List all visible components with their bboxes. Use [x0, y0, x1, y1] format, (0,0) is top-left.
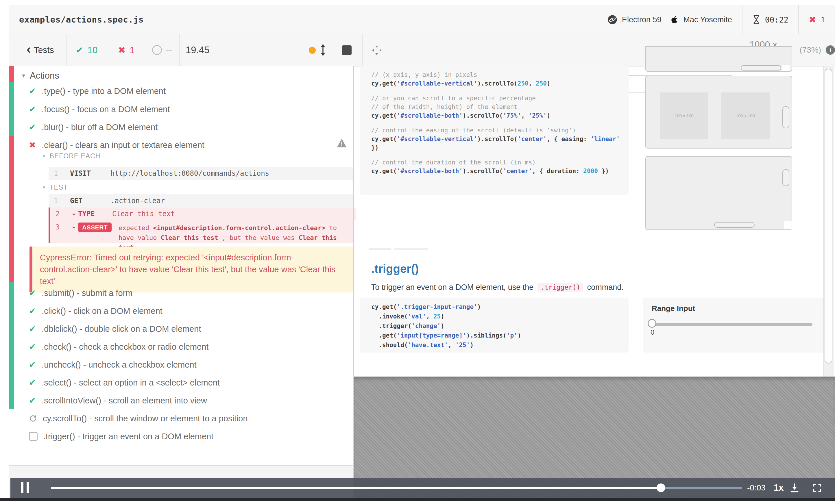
failed-count: 1 — [821, 15, 825, 24]
player-shadow-strip — [0, 498, 835, 501]
info-icon[interactable]: i — [826, 45, 835, 55]
vertical-scrollbar-thumb[interactable] — [782, 106, 789, 128]
test-item[interactable]: ✔ .type() - type into a DOM element — [29, 83, 335, 100]
check-icon: ✔ — [29, 360, 36, 370]
duration-value: 19.45 — [186, 34, 210, 66]
pause-icon[interactable] — [21, 482, 23, 493]
suite-actions[interactable]: ▾ Actions — [22, 68, 59, 84]
test-item[interactable]: ✔ .blur() - blur off a DOM element — [29, 119, 335, 135]
header-bar: examples/actions.spec.js Electron 59 Mac… — [9, 5, 835, 35]
playback-rate-button[interactable]: 1x — [774, 478, 783, 498]
progress-played[interactable] — [51, 487, 661, 489]
x-icon: ✖ — [29, 140, 36, 150]
apple-icon — [670, 15, 679, 24]
test-item[interactable]: ✔ .focus() - focus on a DOM element — [29, 101, 335, 118]
progress-remaining[interactable] — [661, 487, 742, 489]
command-get[interactable]: 1 .action-clear GET .action-clear — [48, 194, 354, 208]
check-icon: ✔ — [29, 288, 36, 298]
code-snippet-scrollto: // (x axis, y axis) in pixelscy.get('#sc… — [360, 66, 629, 195]
check-icon: ✔ — [29, 378, 36, 387]
check-icon: ✔ — [29, 306, 36, 316]
range-input-card: Range Input 0 — [643, 298, 824, 353]
range-value: 0 — [651, 328, 654, 336]
scrollbar-corner — [782, 65, 790, 71]
refresh-icon — [29, 415, 37, 422]
divider — [179, 34, 180, 66]
x-icon: ✖ — [118, 45, 125, 56]
chevron-down-icon: ▾ — [43, 153, 46, 159]
test-item[interactable]: ✔ .scrollIntoView() - scroll an element … — [29, 392, 335, 409]
test-log-panel: ▾ Actions ✔ .type() - type into a DOM el… — [9, 66, 354, 498]
test-item[interactable]: ✔ .dblclick() - double click on a DOM el… — [29, 320, 335, 337]
failed-stat: ✖ 1 — [118, 34, 135, 66]
test-item-pending[interactable]: .trigger() - trigger an event on a DOM e… — [29, 428, 335, 445]
chevron-down-icon: ▾ — [43, 184, 46, 190]
range-slider-thumb[interactable] — [648, 319, 656, 328]
browser-label: Electron 59 — [622, 15, 661, 24]
command-type[interactable]: 2 - TYPE Clear this text — [48, 208, 355, 220]
os-label: Mac Yosemite — [684, 15, 732, 24]
check-icon: ✔ — [29, 86, 36, 96]
passed-stat: ✔ 10 — [76, 34, 98, 66]
hook-test[interactable]: ▾ TEST — [43, 182, 68, 193]
check-icon: ✔ — [29, 104, 36, 114]
scrollable-vertical-box[interactable] — [645, 156, 792, 230]
test-item[interactable]: ✔ .submit() - submit a form — [29, 285, 335, 301]
suite-fail-strip — [9, 66, 14, 82]
horizontal-scrollbar-thumb[interactable] — [741, 65, 781, 70]
warning-icon[interactable] — [337, 138, 347, 149]
test-item[interactable]: ✔ .select() - select an option in a <sel… — [29, 374, 335, 391]
placeholder-image: 100 x 100 — [721, 92, 770, 139]
time-remaining: -0:03 — [747, 478, 766, 498]
check-icon: ✔ — [29, 122, 36, 132]
check-icon: ✔ — [29, 342, 36, 352]
stop-button[interactable] — [342, 45, 351, 55]
electron-icon — [608, 15, 617, 25]
scrollable-horizontal-box[interactable] — [645, 46, 792, 72]
trigger-section-heading[interactable]: .trigger() — [371, 262, 419, 275]
check-icon: ✔ — [29, 324, 36, 334]
horizontal-scrollbar-thumb[interactable] — [714, 222, 755, 228]
pass-strip — [9, 82, 14, 136]
chevron-left-icon: ‹ — [26, 43, 31, 56]
scrollable-both-box[interactable]: 100 x 100 100 x 100 — [645, 76, 792, 149]
test-item[interactable]: ✔ .click() - click on a DOM element — [29, 302, 335, 319]
vertical-scrollbar-thumb[interactable] — [782, 169, 789, 186]
preview-scrollbar[interactable] — [823, 66, 834, 377]
timer-section: 00:22 — [742, 5, 798, 34]
back-to-tests-button[interactable]: ‹ Tests — [26, 34, 54, 66]
circle-icon — [152, 45, 162, 55]
fail-strip — [9, 136, 14, 282]
spec-title: examples/actions.spec.js — [19, 5, 144, 34]
divider — [362, 34, 363, 66]
hook-before-each[interactable]: ▾ BEFORE EACH — [43, 150, 100, 162]
faint-divider — [394, 248, 428, 250]
auto-scroll-indicator[interactable] — [309, 47, 316, 54]
divider — [220, 34, 220, 66]
check-icon: ✔ — [29, 396, 36, 405]
inline-code-trigger: .trigger() — [537, 282, 583, 292]
range-slider-track[interactable] — [652, 323, 812, 326]
command-visit[interactable]: 1 VISIT http://localhost:8080/commands/a… — [48, 167, 354, 180]
pause-icon[interactable] — [26, 482, 29, 493]
check-icon: ✔ — [76, 45, 83, 56]
fullscreen-icon[interactable] — [812, 483, 822, 494]
scroll-arrow-icon[interactable] — [319, 44, 327, 57]
download-icon[interactable] — [789, 482, 800, 495]
test-item[interactable]: ✔ .check() - check a checkbox or radio e… — [29, 338, 335, 355]
divider — [66, 34, 66, 66]
fail-x-icon: ✖ — [809, 15, 816, 25]
progress-thumb[interactable] — [657, 483, 665, 492]
environment-section: Electron 59 Mac Yosemite — [598, 5, 742, 34]
command-assert[interactable]: 3 - ASSERT expected <input#description.f… — [48, 220, 354, 243]
selector-playground-icon[interactable] — [371, 45, 382, 57]
timer-value: 00:22 — [765, 15, 789, 24]
code-snippet-trigger: cy.get('.trigger-input-range') .invoke('… — [360, 298, 629, 353]
pending-square-icon — [29, 432, 38, 441]
test-item-running[interactable]: cy.scrollTo() - scroll the window or ele… — [29, 410, 335, 427]
chevron-down-icon: ▾ — [22, 72, 25, 80]
range-input-label: Range Input — [652, 304, 695, 313]
test-item[interactable]: ✔ .uncheck() - uncheck a checkbox elemen… — [29, 356, 335, 373]
placeholder-image: 100 x 100 — [660, 92, 708, 139]
preview-scrollbar-thumb[interactable] — [824, 69, 832, 363]
